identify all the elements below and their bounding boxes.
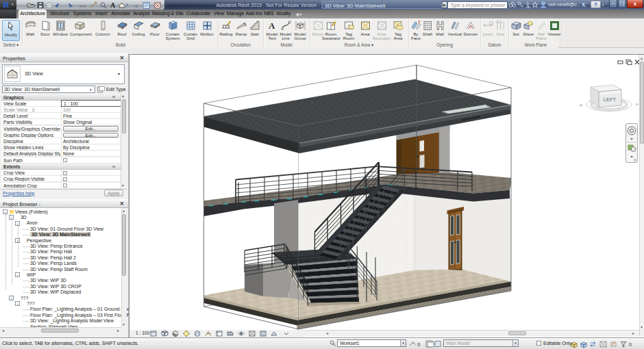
svg-text:0: 0 bbox=[417, 341, 421, 348]
svg-text:A: A bbox=[110, 1, 116, 9]
svg-text:LEFT: LEFT bbox=[604, 96, 617, 103]
svg-text:0: 0 bbox=[629, 342, 632, 347]
svg-text:A: A bbox=[269, 21, 275, 31]
